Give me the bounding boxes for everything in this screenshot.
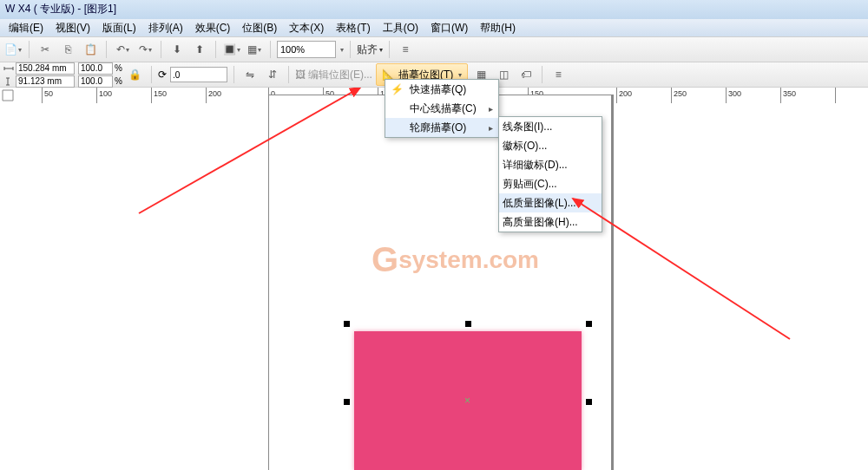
rotation-input[interactable]	[170, 67, 227, 82]
vertical-ruler[interactable]	[0, 103, 16, 470]
resize-handle-tm[interactable]	[465, 321, 471, 327]
rotation-icon: ⟳	[158, 69, 167, 81]
resize-handle-ml[interactable]	[344, 399, 350, 405]
menu-item-logo[interactable]: 徽标(O)...	[499, 136, 602, 155]
mirror-v-button[interactable]: ⇵	[263, 65, 282, 84]
paste-button[interactable]: 📋	[81, 40, 100, 59]
menu-help[interactable]: 帮助(H)	[475, 19, 521, 37]
selected-bitmap-object[interactable]: ×	[344, 321, 592, 470]
resize-handle-tl[interactable]	[344, 321, 350, 327]
workspace: 50 100 150 200 0 50 100 150 150 200 250 …	[0, 88, 868, 470]
cut-button[interactable]: ✂	[36, 40, 55, 59]
welcome-button[interactable]: ▦	[245, 40, 264, 59]
drawing-canvas[interactable]: × Gsystem.com	[16, 103, 868, 470]
menu-item-high-quality-image[interactable]: 高质量图像(H)...	[499, 212, 602, 232]
menu-table[interactable]: 表格(T)	[331, 19, 375, 37]
export-button[interactable]: ⬆	[190, 40, 209, 59]
center-marker-icon: ×	[464, 395, 470, 407]
object-width-input[interactable]	[16, 62, 75, 75]
menu-layout[interactable]: 版面(L)	[97, 19, 141, 37]
resize-handle-tr[interactable]	[586, 321, 592, 327]
menu-view[interactable]: 视图(V)	[50, 19, 95, 37]
rotation-group: ⟳	[158, 67, 227, 82]
menu-window[interactable]: 窗口(W)	[425, 19, 473, 37]
lock-ratio-button[interactable]: 🔒	[126, 65, 145, 84]
snap-to-dropdown[interactable]: 贴齐▾	[357, 42, 383, 57]
object-size-group	[3, 62, 75, 88]
mirror-h-button[interactable]: ⇋	[240, 65, 260, 84]
menu-item-quick-trace[interactable]: ⚡ 快速描摹(Q)	[385, 80, 498, 99]
wrap-text-button[interactable]: ≡	[549, 65, 568, 84]
menu-bar: 编辑(E) 视图(V) 版面(L) 排列(A) 效果(C) 位图(B) 文本(X…	[0, 19, 868, 36]
menu-effects[interactable]: 效果(C)	[190, 19, 236, 37]
zoom-dropdown-icon[interactable]	[339, 46, 344, 54]
menu-tools[interactable]: 工具(O)	[378, 19, 424, 37]
trace-bitmap-menu: ⚡ 快速描摹(Q) 中心线描摹(C) 轮廓描摹(O)	[385, 79, 499, 138]
object-height-input[interactable]	[16, 75, 75, 88]
zoom-level-input[interactable]	[277, 41, 336, 58]
scale-group: % %	[78, 62, 122, 88]
watermark-text: Gsystem.com	[372, 240, 539, 279]
scale-x-input[interactable]	[78, 62, 113, 75]
app-launcher-button[interactable]: 🔳	[222, 40, 241, 59]
import-button[interactable]: ⬇	[168, 40, 187, 59]
app-title: W X4 ( 专业版) - [图形1]	[5, 3, 116, 15]
title-bar: W X4 ( 专业版) - [图形1]	[0, 0, 868, 19]
menu-edit[interactable]: 编辑(E)	[3, 19, 49, 37]
outline-trace-submenu: 线条图(I)... 徽标(O)... 详细徽标(D)... 剪贴画(C)... …	[498, 116, 602, 232]
undo-button[interactable]: ↶	[113, 40, 132, 59]
resize-handle-mr[interactable]	[586, 399, 592, 405]
width-icon	[3, 64, 14, 73]
menu-item-outline-trace[interactable]: 轮廓描摹(O)	[385, 118, 498, 137]
height-icon	[3, 77, 14, 86]
standard-toolbar: 📄 ✂ ⎘ 📋 ↶ ↷ ⬇ ⬆ 🔳 ▦ 贴齐▾ ≡	[0, 36, 868, 62]
redo-button[interactable]: ↷	[135, 40, 155, 59]
menu-item-lineart[interactable]: 线条图(I)...	[499, 117, 602, 136]
menu-item-detailed-logo[interactable]: 详细徽标(D)...	[499, 155, 602, 174]
options-button[interactable]: ≡	[396, 40, 415, 59]
edit-bitmap-button[interactable]: 🖼 编辑位图(E)...	[295, 68, 372, 82]
menu-text[interactable]: 文本(X)	[284, 19, 329, 37]
scale-y-input[interactable]	[78, 75, 113, 88]
ruler-origin[interactable]	[0, 88, 16, 104]
menu-item-centerline-trace[interactable]: 中心线描摹(C)	[385, 99, 498, 118]
copy-button[interactable]: ⎘	[58, 40, 77, 59]
menu-arrange[interactable]: 排列(A)	[143, 19, 188, 37]
bitmap-color-mask-button[interactable]: 🏷	[516, 65, 536, 84]
edit-bitmap-icon: 🖼	[295, 69, 306, 81]
menu-item-clipart[interactable]: 剪贴画(C)...	[499, 174, 602, 193]
menu-bitmaps[interactable]: 位图(B)	[237, 19, 282, 37]
menu-item-low-quality-image[interactable]: 低质量图像(L)...	[499, 193, 602, 212]
quick-trace-icon: ⚡	[389, 82, 404, 97]
new-button[interactable]: 📄	[3, 40, 23, 59]
